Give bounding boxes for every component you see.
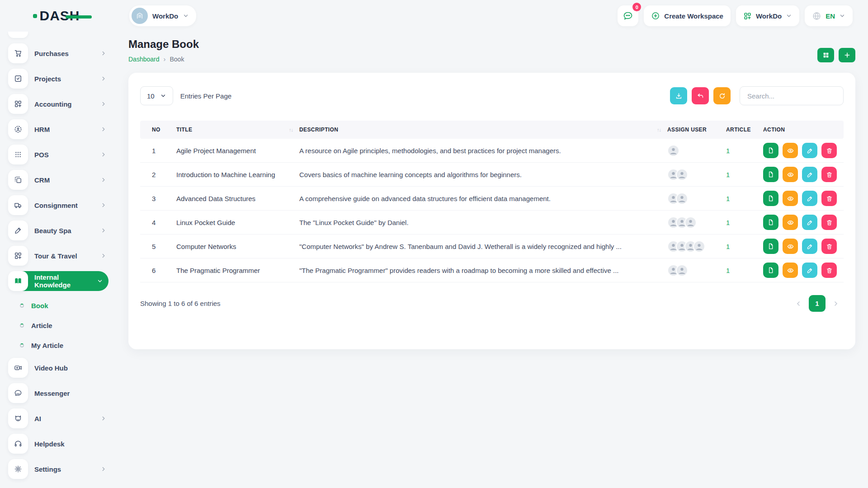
workspace-dropdown[interactable]: WorkDo bbox=[736, 5, 799, 26]
article-count-link[interactable]: 1 bbox=[726, 171, 730, 178]
sidebar-item-pos[interactable]: POS bbox=[8, 145, 113, 164]
person-dashed-circle-icon bbox=[8, 119, 28, 139]
column-header-description[interactable]: DESCRIPTION↑↓ bbox=[299, 127, 667, 133]
book-detail-button[interactable] bbox=[763, 263, 778, 278]
reset-button[interactable] bbox=[692, 87, 709, 104]
sidebar-item-beauty-spa[interactable]: Beauty Spa bbox=[8, 221, 113, 240]
app-logo[interactable]: DASH bbox=[33, 8, 80, 23]
sidebar-subitem-my-article[interactable]: My Article bbox=[20, 336, 113, 354]
user-avatar-icon bbox=[668, 145, 679, 156]
table-toolbar: 10 Entries Per Page bbox=[140, 86, 844, 105]
column-header-label: TITLE bbox=[176, 127, 192, 133]
search-input[interactable] bbox=[740, 86, 844, 105]
sidebar-item-ai[interactable]: AI bbox=[8, 408, 113, 428]
column-header-title[interactable]: TITLE↑↓ bbox=[176, 127, 299, 133]
sidebar-item-video-hub[interactable]: Video Hub bbox=[8, 358, 113, 378]
sidebar-item-label: Beauty Spa bbox=[34, 227, 94, 235]
breadcrumb-dashboard-link[interactable]: Dashboard bbox=[128, 56, 160, 63]
row-actions bbox=[763, 143, 844, 158]
sidebar-item-tour-travel[interactable]: Tour & Travel bbox=[8, 246, 113, 266]
sort-arrows-icon[interactable]: ↑↓ bbox=[657, 127, 661, 132]
column-header-article: ARTICLE bbox=[726, 127, 763, 133]
sidebar-item-purchases[interactable]: Purchases bbox=[8, 43, 113, 63]
sidebar-item-messenger[interactable]: Messenger bbox=[8, 383, 113, 403]
grid-plus-icon bbox=[743, 12, 752, 20]
workspace-selector[interactable]: WorkDo bbox=[129, 5, 196, 26]
entries-per-page-select[interactable]: 10 bbox=[140, 86, 173, 105]
page-number-button[interactable]: 1 bbox=[809, 295, 826, 312]
export-button[interactable] bbox=[670, 87, 687, 104]
view-button[interactable] bbox=[783, 167, 798, 182]
sidebar-item-accounting[interactable]: Accounting bbox=[8, 94, 113, 114]
book-title: Agile Project Management bbox=[176, 147, 299, 155]
edit-button[interactable] bbox=[802, 191, 817, 206]
article-count-link[interactable]: 1 bbox=[726, 219, 730, 226]
edit-button[interactable] bbox=[802, 263, 817, 278]
sidebar-subitem-article[interactable]: Article bbox=[20, 316, 113, 334]
sidebar-item-consignment[interactable]: Consignment bbox=[8, 195, 113, 215]
table-body: 1 Agile Project Management A resource on… bbox=[140, 139, 844, 282]
truck-icon bbox=[8, 195, 28, 215]
book-detail-button[interactable] bbox=[763, 143, 778, 158]
logo-accent-bar bbox=[66, 15, 92, 19]
column-header-no[interactable]: NO bbox=[140, 127, 176, 133]
add-book-button[interactable] bbox=[839, 48, 855, 62]
sidebar-subitem-book[interactable]: Book bbox=[20, 296, 113, 314]
edit-button[interactable] bbox=[802, 143, 817, 158]
sidebar-item-label: Internal Knowledge bbox=[34, 273, 90, 289]
sort-arrows-icon[interactable]: ↑↓ bbox=[289, 127, 293, 132]
language-dropdown[interactable]: EN bbox=[805, 5, 853, 26]
article-count-link[interactable]: 1 bbox=[726, 147, 730, 155]
table-footer: Showing 1 to 6 of 6 entries 1 bbox=[140, 295, 844, 312]
logo-container: DASH bbox=[0, 8, 113, 23]
create-workspace-button[interactable]: Create Workspace bbox=[644, 5, 731, 26]
sidebar-item-settings[interactable]: Settings bbox=[8, 459, 113, 479]
book-detail-button[interactable] bbox=[763, 191, 778, 206]
article-count-link[interactable]: 1 bbox=[726, 195, 730, 202]
grid-view-button[interactable] bbox=[817, 48, 834, 62]
chevron-right-icon bbox=[100, 253, 107, 259]
next-page-button[interactable] bbox=[828, 296, 844, 311]
article-count-link[interactable]: 1 bbox=[726, 243, 730, 250]
assigned-users-avatar-group bbox=[667, 145, 726, 157]
delete-button[interactable] bbox=[821, 239, 837, 254]
chevron-right-icon bbox=[100, 101, 107, 107]
assigned-users-avatar-group bbox=[667, 192, 726, 205]
article-count-link[interactable]: 1 bbox=[726, 267, 730, 274]
sidebar-item-label: Accounting bbox=[34, 100, 94, 108]
sidebar-item-crm[interactable]: CRM bbox=[8, 170, 113, 190]
book-detail-button[interactable] bbox=[763, 167, 778, 182]
row-actions bbox=[763, 167, 844, 182]
sidebar-item-label: Settings bbox=[34, 465, 94, 473]
sidebar-item-projects[interactable]: Projects bbox=[8, 69, 113, 89]
edit-button[interactable] bbox=[802, 167, 817, 182]
previous-page-button[interactable] bbox=[791, 296, 806, 311]
refresh-button[interactable] bbox=[713, 87, 731, 104]
delete-button[interactable] bbox=[821, 191, 837, 206]
edit-button[interactable] bbox=[802, 239, 817, 254]
sidebar-item-hrm[interactable]: HRM bbox=[8, 119, 113, 139]
column-header-label: DESCRIPTION bbox=[299, 127, 338, 133]
book-detail-button[interactable] bbox=[763, 239, 778, 254]
delete-button[interactable] bbox=[821, 215, 837, 230]
row-number: 1 bbox=[140, 147, 176, 155]
assigned-users-avatar-group bbox=[667, 216, 726, 229]
book-detail-button[interactable] bbox=[763, 215, 778, 230]
messages-button[interactable]: 0 bbox=[618, 5, 638, 26]
delete-button[interactable] bbox=[821, 263, 837, 278]
delete-button[interactable] bbox=[821, 167, 837, 182]
assigned-users-avatar-group bbox=[667, 169, 726, 181]
view-button[interactable] bbox=[783, 143, 798, 158]
showing-entries-text: Showing 1 to 6 of 6 entries bbox=[140, 300, 221, 307]
edit-button[interactable] bbox=[802, 215, 817, 230]
scrolled-item-remnant bbox=[8, 32, 28, 38]
view-button[interactable] bbox=[783, 263, 798, 278]
delete-button[interactable] bbox=[821, 143, 837, 158]
video-camera-icon bbox=[8, 358, 28, 378]
sidebar-item-internal-knowledge[interactable]: Internal Knowledge bbox=[8, 271, 108, 291]
view-button[interactable] bbox=[783, 191, 798, 206]
sidebar-item-helpdesk[interactable]: Helpdesk bbox=[8, 434, 113, 454]
view-button[interactable] bbox=[783, 239, 798, 254]
view-button[interactable] bbox=[783, 215, 798, 230]
logo-accent-dot bbox=[33, 14, 37, 18]
